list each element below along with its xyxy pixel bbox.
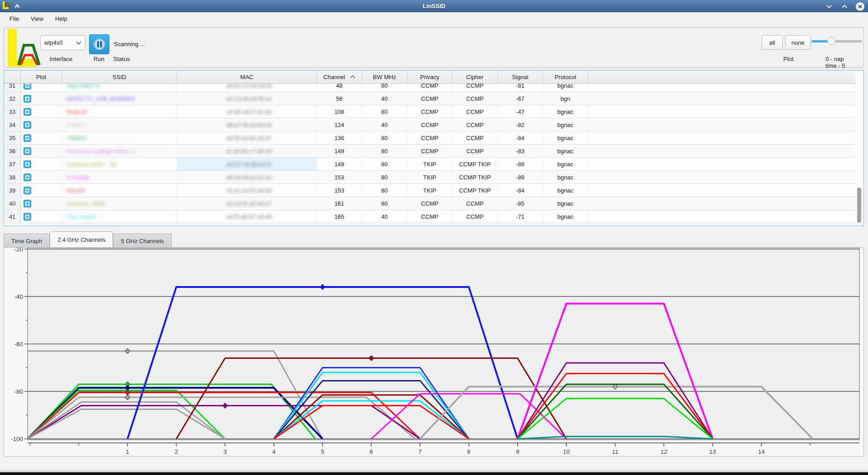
plot-checkbox[interactable] — [24, 95, 31, 103]
bw-cell: 80 — [362, 158, 407, 170]
plot-all-button[interactable]: all — [762, 35, 783, 50]
menu-file[interactable]: File — [4, 13, 25, 24]
x-tick-label: 4 — [272, 448, 276, 455]
plot-checkbox[interactable] — [24, 213, 31, 221]
table-row-31[interactable]: 31AQUANET-5a0:b1:c2:d3:e4:f54880CCMPCCMP… — [4, 84, 856, 92]
table-scrollbar-thumb[interactable] — [857, 188, 861, 223]
table-row-38[interactable]: 38V-Familyb8:c9:d0:e1:f2:a315380TKIPCCMP… — [4, 171, 856, 184]
privacy-cell: CCMP — [407, 145, 453, 157]
network-table: PlotSSIDMACChannelBW MHzPrivacyCipherSig… — [4, 70, 864, 226]
screen-edge — [0, 472, 868, 475]
signal-cell: -81 — [498, 84, 543, 92]
close-icon[interactable] — [855, 2, 864, 11]
tab-time-graph[interactable]: Time Graph — [4, 234, 50, 248]
pause-icon — [93, 38, 106, 51]
interface-select[interactable]: wlp4s0 — [40, 35, 85, 50]
column-header-Channel[interactable]: Channel — [317, 71, 362, 83]
table-row-34[interactable]: 34TN6612d6:e7:f8:a3:b4:c512440CCMPCCMP-8… — [4, 118, 856, 132]
cipher-cell: CCMP TKIP — [453, 184, 498, 197]
plot-checkbox[interactable] — [24, 134, 31, 142]
bw-cell: 80 — [362, 197, 407, 210]
ssid-cell: CenturyL-8899 — [62, 197, 177, 210]
pin-chevron-up-icon[interactable] — [14, 2, 20, 10]
table-row-32[interactable]: 32DIRECTV_AVB_B08B6E6b2:c3:d4:e5:f6:a156… — [4, 92, 856, 105]
table-row-41[interactable]: 41The Angelse4:f5:a6:b7:c8:d916540CCMPCC… — [4, 210, 856, 223]
plot-checkbox[interactable] — [24, 200, 31, 207]
table-row-40[interactable]: 40CenturyL-8899d2:e3:f4:a5:b6:c716180CCM… — [4, 197, 856, 210]
maximize-icon[interactable] — [840, 2, 849, 11]
mac-text-blurred: e8:f9:a4:b5:c6:d7 — [226, 135, 272, 141]
plot-checkbox[interactable] — [24, 147, 31, 155]
tab-5-ghz-channels[interactable]: 5 GHz Channels — [113, 234, 171, 248]
plot-checkbox[interactable] — [24, 121, 31, 129]
plot-none-button[interactable]: none — [785, 35, 811, 50]
plot-checkbox[interactable] — [24, 160, 31, 168]
signal-cell: -85 — [498, 197, 543, 210]
menu-help[interactable]: Help — [49, 13, 73, 24]
bw-cell: 80 — [362, 132, 407, 144]
plot-cell — [21, 145, 62, 157]
mac-cell: b8:c9:d0:e1:f2:a3 — [177, 171, 317, 183]
ssid-cell: V-Family — [62, 171, 177, 183]
menubar: File View Help — [0, 12, 868, 25]
signal-cell: -84 — [498, 132, 543, 144]
filler-cell — [588, 84, 856, 92]
bw-cell: 80 — [362, 145, 407, 157]
ssid-text-blurred: AQUANET-5 — [66, 84, 100, 89]
table-row-35[interactable]: 35TN8801e8:f9:a4:b5:c6:d713680CCMPCCMP-8… — [4, 132, 856, 145]
mac-text-blurred: b2:c3:d4:e5:f6:a1 — [226, 95, 272, 102]
column-header-MAC[interactable]: MAC — [177, 71, 317, 83]
plot-cell — [21, 197, 62, 210]
filler-cell — [588, 158, 856, 170]
x-tick-label: 11 — [612, 448, 618, 455]
plot-checkbox[interactable] — [24, 108, 31, 116]
column-header-blank[interactable] — [588, 71, 856, 83]
sort-ascending-icon — [350, 75, 355, 79]
nap-slider-track[interactable] — [831, 40, 862, 42]
menu-view[interactable]: View — [25, 13, 49, 24]
signal-cell: -71 — [498, 210, 543, 223]
column-header-Signal[interactable]: Signal — [498, 71, 543, 83]
column-header-blank[interactable] — [4, 71, 21, 83]
column-header-Privacy[interactable]: Privacy — [407, 71, 453, 83]
ssid-text-blurred: CenturyL-8899 — [66, 200, 105, 207]
column-header-SSID[interactable]: SSID — [62, 71, 177, 83]
table-scrollbar[interactable] — [855, 71, 863, 226]
plot-label: Plot — [783, 56, 793, 62]
ssid-text-blurred: The Angels — [66, 213, 96, 220]
table-row-33[interactable]: 33Rodeo9c4:d5:e6:f7:a2:b310880CCMPCCMP-4… — [4, 105, 856, 118]
plot-cell — [21, 184, 62, 197]
signal-cell: -47 — [498, 105, 543, 118]
mac-cell: d6:e7:f8:a3:b4:c5 — [177, 118, 317, 131]
channel-cell: 153 — [317, 171, 362, 183]
plot-checkbox[interactable] — [24, 174, 31, 181]
x-tick-label: 5 — [321, 448, 325, 455]
table-row-39[interactable]: 39Nets55c0:d1:e2:f3:a4:b515380TKIPCCMP T… — [4, 184, 856, 197]
filler-cell — [588, 118, 856, 131]
column-header-Plot[interactable]: Plot — [21, 71, 62, 83]
protocol-cell: bgnac — [543, 158, 588, 170]
bw-cell: 40 — [362, 118, 407, 131]
privacy-cell: TKIP — [407, 171, 453, 183]
y-tick-label: -80 — [14, 388, 23, 395]
minimize-icon[interactable] — [825, 2, 834, 11]
filler-cell — [588, 197, 856, 210]
mac-cell: c4:d5:e6:f7:a2:b3 — [177, 105, 317, 118]
x-tick-label: 12 — [660, 448, 667, 455]
nap-slider-handle[interactable] — [827, 37, 835, 45]
column-header-Cipher[interactable]: Cipher — [453, 71, 498, 83]
table-row-37[interactable]: 37CenturyLink24 - 5Ga6:b7:c8:d9:e0:f1149… — [4, 158, 856, 171]
tab-2-4-ghz-channels[interactable]: 2.4 GHz Channels — [50, 231, 113, 248]
filler-cell — [588, 145, 856, 157]
plot-checkbox[interactable] — [24, 187, 31, 194]
status-text: Scanning ... — [114, 41, 145, 47]
row-number: 39 — [4, 184, 21, 197]
table-row-36[interactable]: 36Harmony Cottage 5GHz-2f0:a5:b6:c7:d8:e… — [4, 145, 856, 158]
protocol-cell: bgnac — [543, 184, 588, 197]
mac-text-blurred: c0:d1:e2:f3:a4:b5 — [226, 187, 272, 194]
column-header-BW MHz[interactable]: BW MHz — [362, 71, 407, 83]
column-header-Protocol[interactable]: Protocol — [543, 71, 588, 83]
run-button[interactable] — [89, 34, 109, 54]
ssid-cell: Nets55 — [62, 184, 177, 197]
plot-checkbox[interactable] — [24, 84, 31, 89]
